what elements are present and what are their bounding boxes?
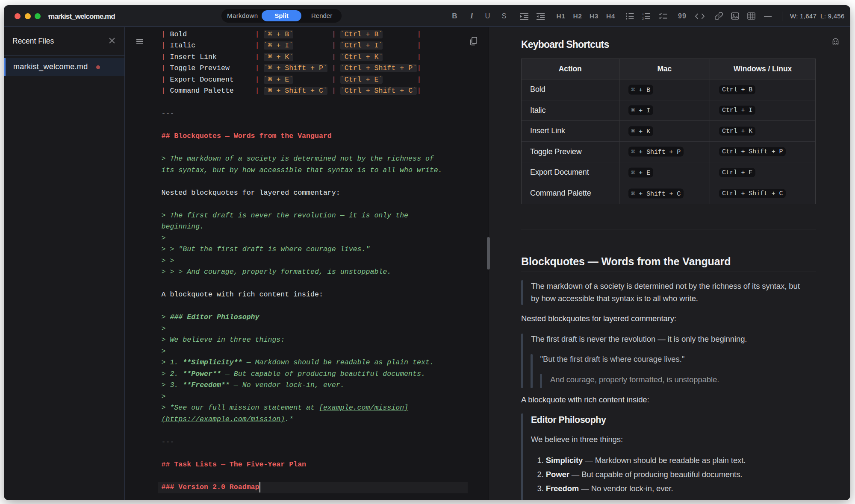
svg-text:2: 2 [642,17,644,20]
svg-text:1: 1 [642,12,644,15]
